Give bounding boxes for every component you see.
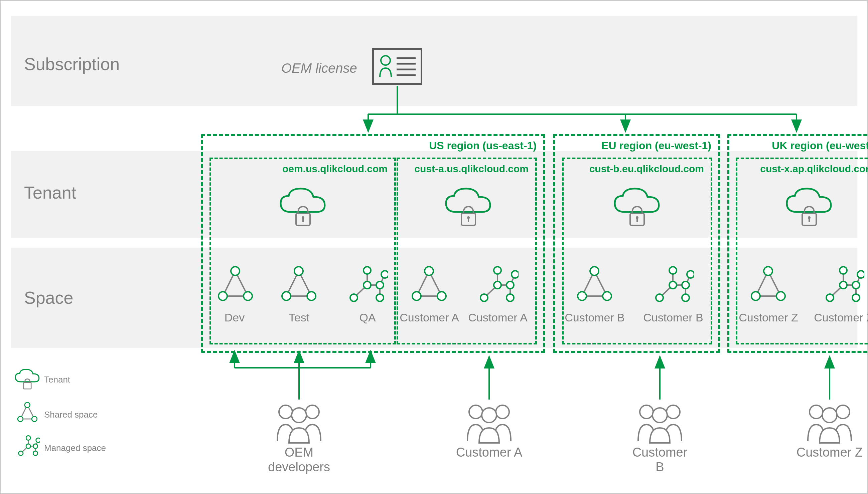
tenant-url-1: cust-a.us.qlikcloud.com (414, 163, 528, 175)
shared-space-icon (215, 264, 256, 306)
space-label-cust-z-shared: Customer Z (738, 311, 798, 324)
diagram-canvas: Subscription Tenant Space OEM license (0, 0, 868, 494)
svg-rect-102 (24, 382, 31, 389)
svg-point-85 (839, 281, 847, 289)
managed-space-icon (822, 264, 864, 306)
svg-point-35 (282, 292, 291, 300)
space-label-cust-b-managed: Customer B (643, 311, 703, 324)
svg-point-100 (836, 405, 850, 419)
managed-space-icon (652, 264, 694, 306)
svg-point-50 (437, 292, 446, 300)
shared-space-icon (574, 264, 615, 306)
svg-point-47 (381, 271, 388, 278)
svg-point-56 (494, 267, 501, 274)
svg-point-99 (810, 405, 823, 419)
svg-point-61 (511, 271, 519, 278)
svg-point-113 (19, 451, 23, 455)
svg-point-87 (852, 281, 860, 289)
space-label-test: Test (269, 311, 329, 324)
space-label-cust-b-shared: Customer B (565, 311, 625, 324)
svg-point-105 (32, 416, 37, 422)
managed-space-icon (346, 264, 388, 306)
svg-point-36 (307, 292, 316, 300)
cloud-lock-icon (444, 186, 493, 229)
svg-point-95 (482, 408, 496, 422)
tenant-url-3: cust-x.ap.qlikcloud.com (760, 163, 868, 175)
svg-point-31 (231, 267, 239, 276)
svg-point-64 (603, 292, 611, 300)
svg-point-96 (640, 405, 653, 419)
shared-space-icon (16, 401, 39, 424)
svg-point-32 (218, 292, 227, 300)
svg-point-58 (481, 294, 488, 301)
space-label-cust-z-managed: Customer Z (814, 311, 868, 324)
svg-point-45 (376, 281, 383, 289)
managed-space-icon (17, 435, 40, 458)
svg-point-88 (852, 294, 860, 301)
svg-point-94 (496, 405, 509, 419)
svg-point-44 (350, 294, 358, 301)
users-icon (461, 401, 518, 444)
user-label-z: Customer Z (796, 445, 863, 460)
svg-point-75 (687, 271, 694, 278)
managed-space-icon (477, 264, 519, 306)
users-icon (631, 401, 688, 444)
user-label-a: Customer A (456, 445, 523, 460)
users-icon (271, 401, 327, 444)
svg-point-116 (36, 438, 40, 442)
svg-point-73 (682, 281, 689, 289)
svg-point-46 (376, 294, 383, 301)
users-icon (801, 401, 858, 444)
space-label-cust-a-shared: Customer A (399, 311, 459, 324)
license-icon (372, 48, 422, 85)
svg-point-71 (669, 281, 676, 289)
tenant-url-0: oem.us.qlikcloud.com (282, 163, 387, 175)
cloud-lock-icon (612, 186, 662, 229)
svg-point-48 (424, 267, 433, 276)
svg-point-33 (243, 292, 252, 300)
svg-point-97 (667, 405, 680, 419)
svg-point-92 (292, 408, 306, 422)
svg-point-59 (506, 281, 514, 289)
svg-point-76 (764, 267, 773, 276)
svg-point-91 (306, 405, 319, 419)
svg-point-42 (363, 267, 371, 274)
svg-point-84 (839, 267, 847, 274)
svg-point-86 (826, 294, 834, 301)
svg-point-74 (682, 294, 689, 301)
svg-point-112 (26, 444, 31, 448)
cloud-lock-icon (784, 186, 834, 229)
svg-point-43 (363, 281, 371, 289)
uk-region-label: UK region (eu-west-2) (772, 139, 868, 152)
subscription-band (11, 16, 857, 106)
svg-point-57 (494, 281, 501, 289)
cloud-lock-icon (14, 368, 41, 391)
svg-point-72 (656, 294, 663, 301)
user-label-oem: OEM developers (266, 445, 332, 474)
svg-point-60 (506, 294, 514, 301)
eu-region-label: EU region (eu-west-1) (601, 139, 711, 152)
svg-point-101 (822, 408, 837, 422)
svg-point-49 (412, 292, 421, 300)
svg-point-89 (857, 271, 864, 278)
legend-managed: Managed space (44, 443, 106, 453)
us-region-label: US region (us-east-1) (429, 139, 537, 152)
svg-point-90 (279, 405, 292, 419)
svg-point-111 (26, 436, 31, 440)
oem-license-label: OEM license (281, 61, 357, 76)
svg-point-103 (25, 402, 30, 407)
space-label-qa: QA (338, 311, 398, 324)
svg-point-77 (752, 292, 760, 300)
subscription-label: Subscription (24, 54, 120, 74)
svg-point-115 (33, 451, 37, 455)
svg-point-70 (669, 267, 676, 274)
space-label-cust-a-managed: Customer A (468, 311, 528, 324)
space-label-dev: Dev (204, 311, 265, 324)
tenant-label: Tenant (24, 183, 76, 203)
svg-point-98 (652, 408, 667, 422)
legend-shared: Shared space (44, 410, 97, 420)
svg-point-62 (590, 267, 599, 276)
space-label-band: Space (24, 288, 73, 308)
svg-point-104 (18, 416, 23, 422)
svg-point-63 (578, 292, 586, 300)
